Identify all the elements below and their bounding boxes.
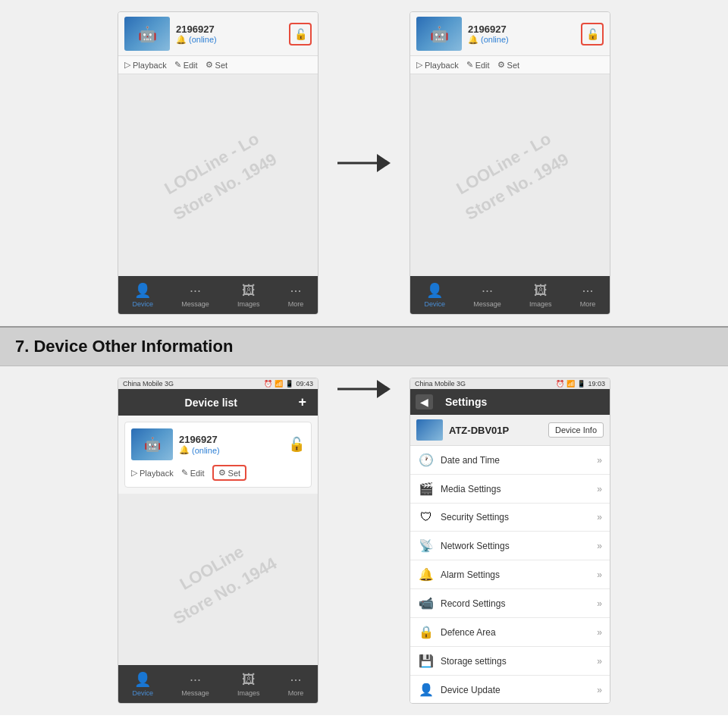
back-arrow-icon: ◀ [420,396,428,408]
add-device-button[interactable]: + [298,394,312,410]
settings-device-bar: ATZ-DBV01P Device Info [410,415,610,446]
footer-more-label-right: More [580,300,596,308]
back-button[interactable]: ◀ [416,394,433,410]
device-list-title-bar: Device list + [118,389,318,416]
lock-icon-card: 🔓 [288,436,305,453]
footer-device-left[interactable]: 👤 Device [133,282,154,308]
playback-btn-right[interactable]: ▷ Playback [416,60,459,70]
device-card-bottom: 2196927 🔔 (online) 🔓 ▷ Playback ✎ Edit [124,422,312,488]
edit-icon-card: ✎ [181,468,188,478]
footer-device-dl[interactable]: 👤 Device [133,671,154,697]
footer-more-label-dl: More [288,689,304,697]
phone-footer-right: 👤 Device ··· Message 🖼 Images ··· More [410,276,610,314]
set-btn-left[interactable]: ⚙ Set [206,60,228,70]
carrier-settings: China Mobile 3G [415,380,466,388]
device-info-left: 2196927 🔔 (online) [176,24,283,45]
footer-message-right[interactable]: ··· Message [473,283,501,308]
device-list-phone: China Mobile 3G ⏰ 📶 📱 09:43 Device list … [118,378,318,704]
edit-action-card[interactable]: ✎ Edit [181,468,205,478]
settings-title-bar: ◀ Settings [410,389,610,415]
alarm-icon: ⏰ [264,380,272,388]
settings-item-date-time[interactable]: 🕐 Date and Time » [410,446,610,475]
phone-body-right: LOOLine - LoStore No. 1949 [410,74,610,276]
chevron-alarm: » [597,570,602,580]
settings-title: Settings [445,396,487,408]
edit-label-right: Edit [475,61,490,70]
device-thumbnail-left [124,17,170,51]
footer-more-dl[interactable]: ··· More [288,672,304,697]
images-icon-right: 🖼 [534,283,548,299]
footer-message-dl[interactable]: ··· Message [181,672,209,697]
settings-item-security[interactable]: 🛡 Security Settings » [410,504,610,532]
defence-icon: 🔒 [418,625,435,639]
edit-btn-left[interactable]: ✎ Edit [174,60,198,70]
security-icon: 🛡 [418,510,435,524]
alarm-label: Alarm Settings [441,570,591,580]
footer-images-dl[interactable]: 🖼 Images [237,672,260,697]
gear-icon-left: ⚙ [206,60,213,70]
chevron-update: » [597,685,602,695]
edit-label-card: Edit [190,469,205,478]
playback-action-card[interactable]: ▷ Playback [131,468,174,478]
top-section: 2196927 🔔 (online) 🔓 ▷ Playback ✎ Edit ⚙ [0,0,728,326]
footer-more-right[interactable]: ··· More [580,283,596,308]
status-bar-device-list: China Mobile 3G ⏰ 📶 📱 09:43 [118,378,318,389]
wifi-icon-settings: 📶 [566,380,575,388]
settings-item-alarm[interactable]: 🔔 Alarm Settings » [410,560,610,589]
set-btn-right[interactable]: ⚙ Set [497,60,520,70]
more-icon-dl: ··· [290,672,302,688]
footer-images-label-right: Images [529,300,552,308]
playback-label-left: Playback [133,61,167,70]
bell-icon-left: 🔔 [176,35,187,45]
settings-item-defence[interactable]: 🔒 Defence Area » [410,618,610,647]
settings-item-media[interactable]: 🎬 Media Settings » [410,475,610,504]
device-id-left: 2196927 [176,24,283,35]
footer-images-left[interactable]: 🖼 Images [237,283,260,308]
update-label: Device Update [441,685,591,695]
online-text-right: (online) [481,35,509,44]
arrow-top [334,152,394,174]
media-label: Media Settings [441,484,591,494]
lock-button-right[interactable]: 🔓 [581,23,604,46]
footer-message-label-dl: Message [181,689,209,697]
chevron-record: » [597,598,602,609]
device-card-thumbnail [131,428,173,460]
settings-item-update[interactable]: 👤 Device Update » [410,676,610,703]
images-icon-dl: 🖼 [242,672,256,688]
device-thumbnail-right [416,17,462,51]
playback-btn-left[interactable]: ▷ Playback [124,60,167,70]
footer-images-right[interactable]: 🖼 Images [529,283,552,308]
device-info-right: 2196927 🔔 (online) [468,24,575,45]
lock-button-left[interactable]: 🔓 [289,23,312,46]
section-number: 7. [15,337,29,356]
set-action-card[interactable]: ⚙ Set [212,465,247,481]
message-icon-left: ··· [190,283,201,299]
phone-actions-right: ▷ Playback ✎ Edit ⚙ Set [410,56,610,74]
right-arrow-bottom [337,378,391,400]
settings-item-record[interactable]: 📹 Record Settings » [410,589,610,618]
footer-message-left[interactable]: ··· Message [181,283,209,308]
signal-icon: 📱 [285,380,293,388]
playback-label-card: Playback [140,469,174,478]
right-arrow-top [337,152,391,174]
status-icons-settings: ⏰ 📶 📱 19:03 [556,380,605,388]
footer-more-left[interactable]: ··· More [288,283,304,308]
gear-icon-card: ⚙ [218,468,226,478]
device-info-button[interactable]: Device Info [548,422,604,438]
chevron-network: » [597,541,602,551]
settings-item-network[interactable]: 📡 Network Settings » [410,532,610,560]
message-icon-dl: ··· [190,672,201,688]
chevron-date-time: » [597,455,602,466]
settings-list: 🕐 Date and Time » 🎬 Media Settings » 🛡 S… [410,446,610,703]
online-text-left: (online) [189,35,217,44]
footer-device-right[interactable]: 👤 Device [425,282,446,308]
edit-btn-right[interactable]: ✎ Edit [466,60,490,70]
online-status-left: 🔔 (online) [176,35,283,45]
storage-label: Storage settings [441,656,591,667]
device-icon-right: 👤 [426,282,443,299]
card-online-text: (online) [192,446,220,455]
settings-item-storage[interactable]: 💾 Storage settings » [410,647,610,676]
phone-header-left: 2196927 🔔 (online) 🔓 [118,12,318,56]
network-label: Network Settings [441,541,591,551]
set-label-left: Set [215,61,228,70]
